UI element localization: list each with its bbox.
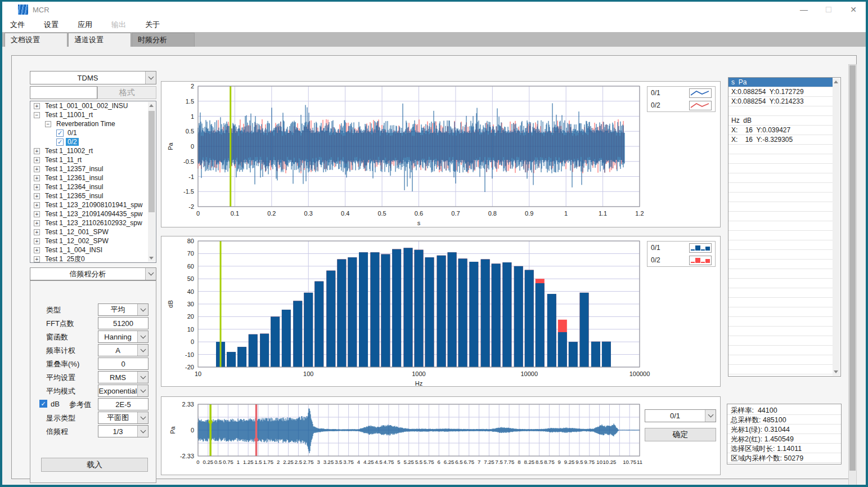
tree-expander-icon[interactable]: + <box>34 157 40 163</box>
form-select-倍频程[interactable]: 1/3 <box>98 425 149 437</box>
svg-text:-0.5: -0.5 <box>183 158 194 165</box>
tree-item[interactable]: +Test 1_12_002_SPW <box>30 236 156 245</box>
legend-label: 0/1 <box>651 89 689 97</box>
menu-item-设置[interactable]: 设置 <box>39 18 63 32</box>
menu-item-应用[interactable]: 应用 <box>73 18 97 32</box>
form-select-类型[interactable]: 平均 <box>98 303 149 316</box>
file-format-select[interactable]: TDMS <box>30 71 156 84</box>
form-input-dB[interactable]: 2E-5 <box>98 398 149 410</box>
tree-item[interactable]: +Test 1_12357_insul <box>30 164 156 173</box>
tree-expander-icon[interactable]: + <box>34 238 40 244</box>
form-select-显示类型[interactable]: 平面图 <box>98 412 149 424</box>
tree-item[interactable]: +Test 1_123_210908101941_spw <box>30 200 156 209</box>
tab-通道设置[interactable]: 通道设置 <box>68 33 131 47</box>
form-select-频率计权[interactable]: A <box>98 344 149 356</box>
minimize-button[interactable]: — <box>791 2 816 17</box>
legend-item-0/2[interactable]: 0/2 <box>647 99 715 111</box>
spectrum-bar-chart[interactable]: -20-100102030405060708010100100010000100… <box>161 236 720 386</box>
legend-item-0/2[interactable]: 0/2 <box>647 254 715 266</box>
time-waveform-chart[interactable]: 00.10.20.30.40.50.60.70.80.911.11.2-2-1.… <box>161 82 720 227</box>
tree-expander-icon[interactable]: + <box>34 211 40 217</box>
scroll-up-icon[interactable] <box>834 81 838 83</box>
tree-item[interactable]: +Test 1_25度0 <box>30 254 156 263</box>
menu-item-输出[interactable]: 输出 <box>107 18 131 32</box>
tree-item[interactable]: +Test 1_123_210914094435_spw <box>30 209 156 218</box>
tab-文档设置[interactable]: 文档设置 <box>5 33 68 47</box>
svg-text:3: 3 <box>317 459 320 465</box>
readout-row <box>728 231 833 240</box>
form-select-平均模式[interactable]: Exponential <box>98 385 149 397</box>
overview-waveform-chart[interactable]: 00.250.50.7511.251.51.7522.252.52.7533.2… <box>161 397 720 475</box>
tree-expander-icon[interactable]: + <box>34 202 40 208</box>
tree-checkbox[interactable]: ✓ <box>56 138 64 146</box>
tree-item[interactable]: +Test 1_12_001_SPW <box>30 227 156 236</box>
load-button[interactable]: 载入 <box>41 458 148 472</box>
confirm-button[interactable]: 确定 <box>645 428 716 441</box>
tree-item[interactable]: +Test 1_001_001_002_INSU <box>30 101 156 110</box>
tree-item[interactable]: ✓0/1 <box>30 128 156 137</box>
readout-scrollbar[interactable] <box>833 78 840 376</box>
tree-item[interactable]: ✓0/2 <box>30 137 156 146</box>
svg-text:9: 9 <box>558 459 561 465</box>
tree-expander-icon[interactable]: + <box>34 247 40 253</box>
tree-checkbox[interactable]: ✓ <box>56 129 64 137</box>
maximize-button[interactable]: ☐ <box>816 2 841 17</box>
form-select-窗函数[interactable]: Hanning <box>98 330 149 343</box>
form-select-value: 平均 <box>98 305 137 315</box>
tree-expander-icon[interactable]: + <box>34 184 40 190</box>
tree-expander-icon[interactable]: + <box>34 175 40 181</box>
tree-expander-icon[interactable]: + <box>34 103 40 109</box>
tree-item[interactable]: +Test 1_12361_insul <box>30 173 156 182</box>
readout-row: Hz dB <box>728 116 833 126</box>
form-select-平均设置[interactable]: RMS <box>98 371 149 383</box>
tree-scrollbar[interactable] <box>148 102 155 262</box>
tree-item[interactable]: +Test 1_11_rt <box>30 155 156 164</box>
tree-item[interactable]: −Reverberation Time <box>30 119 156 128</box>
tree-expander-icon[interactable]: + <box>34 229 40 235</box>
tree-expander-icon[interactable]: + <box>34 166 40 172</box>
page-scrollbar[interactable] <box>848 64 857 485</box>
file-tree[interactable]: +Test 1_001_001_002_INSU−Test 1_11001_rt… <box>30 101 156 263</box>
scroll-down-icon[interactable] <box>834 370 838 373</box>
tree-expander-icon[interactable]: + <box>34 220 40 226</box>
tab-时频分析[interactable]: 时频分析 <box>132 33 195 47</box>
tree-expander-icon[interactable]: + <box>34 148 40 154</box>
tree-expander-icon[interactable]: − <box>45 121 51 127</box>
menu-item-文件[interactable]: 文件 <box>6 18 29 32</box>
tree-item[interactable]: +Test 1_123_211026102932_spw <box>30 218 156 227</box>
tree-item[interactable]: +Test 1_12364_insul <box>30 182 156 191</box>
legend-item-0/1[interactable]: 0/1 <box>647 87 715 99</box>
scroll-down-icon[interactable] <box>149 257 154 260</box>
tree-item[interactable]: +Test 1_12365_insul <box>30 191 156 200</box>
tree-item[interactable]: +Test 1_11002_rt <box>30 146 156 155</box>
form-input-重叠率(%)[interactable]: 0 <box>98 358 149 370</box>
tree-expander-icon[interactable]: + <box>34 193 40 199</box>
channel-select[interactable]: 0/1 <box>645 409 716 422</box>
svg-text:2.5: 2.5 <box>295 459 302 465</box>
db-checkbox[interactable]: ✓ <box>39 400 47 408</box>
form-input-FFT点数[interactable]: 51200 <box>98 317 149 329</box>
svg-text:30: 30 <box>187 301 194 307</box>
svg-text:Pa: Pa <box>169 426 176 434</box>
scroll-up-icon[interactable] <box>149 104 154 107</box>
analysis-type-select[interactable]: 倍频程分析 <box>30 267 156 280</box>
tree-expander-icon[interactable]: − <box>34 112 40 118</box>
search-input[interactable] <box>30 86 97 99</box>
legend-item-0/1[interactable]: 0/1 <box>647 242 715 254</box>
form-label: 重叠率(%) <box>46 359 79 369</box>
stats-row: 总采样数: 485100 <box>727 415 841 425</box>
menu-item-关于[interactable]: 关于 <box>141 18 164 32</box>
form-select-value: Hanning <box>98 333 137 341</box>
readout-row <box>728 145 833 154</box>
close-button[interactable]: ✕ <box>841 2 866 17</box>
cursor-readout-list[interactable]: s PaX:0.088254 Y:0.172729X:0.088254 Y:0.… <box>728 77 841 377</box>
spectrum-panel: -20-100102030405060708010100100010000100… <box>161 236 721 387</box>
svg-text:-1.5: -1.5 <box>183 188 194 195</box>
tree-expander-icon[interactable]: + <box>34 256 40 262</box>
tree-item[interactable]: −Test 1_11001_rt <box>30 110 156 119</box>
tree-item[interactable]: +Test 1_1_004_INSI <box>30 245 156 254</box>
tree-item-label: Test 1_123_210908101941_spw <box>43 201 144 209</box>
channel-select-value: 0/1 <box>645 412 705 420</box>
svg-text:Pa: Pa <box>167 142 174 150</box>
format-button[interactable]: 格式 <box>97 86 156 99</box>
